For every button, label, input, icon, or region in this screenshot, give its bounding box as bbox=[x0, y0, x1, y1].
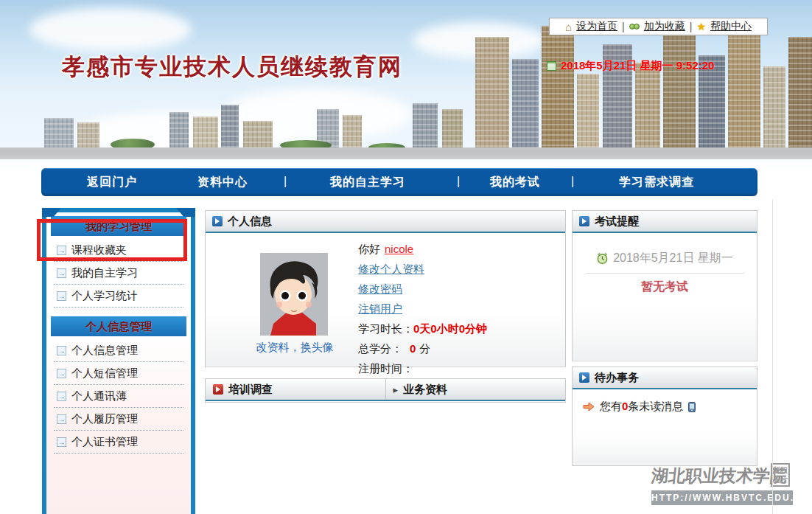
sidebar-item-study-stats[interactable]: → 个人学习统计 bbox=[54, 285, 183, 308]
change-avatar-link[interactable]: 改资料，换头像 bbox=[232, 341, 357, 355]
profile-panel-title: 个人信息 bbox=[228, 215, 272, 229]
add-favorite-link[interactable]: 加为收藏 bbox=[644, 20, 685, 33]
main-nav: 返回门户 资料中心 | 我的自主学习 | 我的考试 | 学习需求调查 bbox=[41, 168, 757, 196]
set-home-link[interactable]: 设为首页 bbox=[576, 20, 617, 33]
banner-building bbox=[413, 103, 438, 147]
page: 孝感市专业技术人员继续教育网 ⌂ 设为首页 | 加为收藏 | ★ 帮助中心 20… bbox=[0, 0, 812, 514]
todo-panel-body: 您有0条未读消息 bbox=[573, 389, 757, 465]
banner-building bbox=[221, 105, 239, 147]
nav-separator: | bbox=[284, 175, 287, 188]
tabs-bar: 培训调查 ▸ 业务资料 bbox=[206, 379, 565, 401]
sidebar-item-label: 个人学习统计 bbox=[71, 289, 138, 303]
unread-suffix: 条未读消息 bbox=[628, 400, 683, 412]
arrow-box-icon: → bbox=[57, 437, 66, 447]
datetime-text: 2018年5月21日 星期一 9:52:20 bbox=[561, 59, 714, 73]
banner-building bbox=[442, 109, 463, 147]
banner-building bbox=[728, 22, 760, 147]
nav-item-survey[interactable]: 学习需求调查 bbox=[619, 175, 694, 190]
nav-separator: | bbox=[457, 175, 461, 188]
profile-info: 你好 nicole 修改个人资料 修改密码 注销用户 学习时长： 0天0小时0分… bbox=[358, 239, 487, 378]
arrow-box-icon: → bbox=[57, 414, 66, 424]
topbar-separator: | bbox=[622, 21, 625, 32]
banner-building bbox=[44, 118, 74, 147]
study-time-label: 学习时长： bbox=[358, 319, 413, 338]
nav-separator: | bbox=[571, 175, 575, 188]
banner-building bbox=[663, 29, 696, 147]
watermark-seal: 版权图片 bbox=[771, 463, 790, 487]
nav-item-self-study[interactable]: 我的自主学习 bbox=[330, 175, 405, 190]
unread-messages-row: 您有0条未读消息 bbox=[573, 389, 757, 414]
tab-business-data[interactable]: ▸ 业务资料 bbox=[385, 379, 566, 400]
exam-panel-title: 考试提醒 bbox=[595, 215, 639, 229]
arrow-box-icon: → bbox=[57, 346, 66, 355]
banner-building bbox=[788, 37, 812, 147]
username-link[interactable]: nicole bbox=[385, 239, 413, 259]
tabs-panel: 培训调查 ▸ 业务资料 bbox=[205, 378, 566, 403]
home-icon: ⌂ bbox=[565, 21, 572, 33]
banner-building bbox=[193, 117, 218, 147]
exam-date-text: 2018年5月21日 星期一 bbox=[613, 251, 733, 266]
banner-building bbox=[577, 74, 599, 147]
cloud-decor bbox=[29, 7, 192, 52]
fog-decor bbox=[0, 149, 812, 168]
banner-building bbox=[763, 66, 785, 147]
exam-panel-body: 2018年5月21日 星期一 暂无考试 bbox=[573, 233, 757, 360]
sidebar-item-resume[interactable]: → 个人履历管理 bbox=[54, 408, 183, 431]
sidebar-item-label: 个人信息管理 bbox=[71, 344, 138, 358]
topbar-links: ⌂ 设为首页 | 加为收藏 | ★ 帮助中心 bbox=[549, 18, 768, 35]
register-time-row: 注册时间： bbox=[358, 358, 487, 378]
sidebar-item-sms[interactable]: → 个人短信管理 bbox=[54, 362, 183, 385]
banner-building bbox=[635, 63, 660, 147]
phone-icon[interactable] bbox=[688, 402, 696, 412]
calendar-icon bbox=[547, 61, 556, 71]
sidebar-item-label: 个人证书管理 bbox=[71, 435, 138, 449]
arrow-box-icon: → bbox=[57, 369, 66, 378]
blue-arrow-square-icon bbox=[212, 216, 223, 226]
avatar[interactable] bbox=[260, 253, 328, 336]
tab-label: 业务资料 bbox=[403, 383, 447, 397]
exam-status-text: 暂无考试 bbox=[573, 279, 757, 295]
edit-profile-link[interactable]: 修改个人资料 bbox=[358, 259, 424, 279]
sidebar-item-label: 我的自主学习 bbox=[71, 266, 138, 280]
watermark: 湖北职业技术学院 版权图片 HTTP://WWW.HBVTC.EDU.CN bbox=[651, 465, 796, 505]
exam-reminder-panel: 考试提醒 2018年5月21日 星期一 暂无考试 bbox=[572, 210, 757, 361]
credits-value: 0 bbox=[410, 338, 416, 358]
alarm-clock-icon bbox=[596, 252, 609, 265]
greeting-row: 你好 nicole bbox=[358, 239, 487, 259]
sidebar-item-contacts[interactable]: → 个人通讯薄 bbox=[54, 385, 183, 408]
topbar-separator: | bbox=[690, 21, 693, 32]
page-edge-divider bbox=[772, 199, 773, 514]
tab-label: 培训调查 bbox=[228, 383, 273, 397]
nav-item-exams[interactable]: 我的考试 bbox=[490, 175, 540, 190]
sidebar-item-label: 个人履历管理 bbox=[71, 412, 138, 426]
red-arrow-square-icon bbox=[213, 384, 223, 395]
help-center-link[interactable]: 帮助中心 bbox=[710, 20, 752, 33]
banner-building bbox=[542, 26, 574, 147]
banner-building bbox=[512, 59, 539, 147]
greeting-label: 你好 bbox=[358, 239, 380, 259]
credits-unit: 分 bbox=[419, 338, 430, 358]
datetime-display: 2018年5月21日 星期一 9:52:20 bbox=[547, 59, 714, 73]
sidebar-item-certificates[interactable]: → 个人证书管理 bbox=[54, 431, 183, 454]
triangle-icon: ▸ bbox=[393, 384, 399, 395]
nav-item-material[interactable]: 资料中心 bbox=[197, 175, 248, 190]
logout-link[interactable]: 注销用户 bbox=[358, 299, 402, 319]
change-password-link[interactable]: 修改密码 bbox=[358, 279, 402, 299]
banner-building bbox=[169, 112, 189, 147]
star-icon: ★ bbox=[696, 21, 706, 32]
sidebar-item-personal-info[interactable]: → 个人信息管理 bbox=[54, 339, 183, 362]
glasses-icon bbox=[629, 24, 640, 30]
nav-item-portal[interactable]: 返回门户 bbox=[87, 175, 137, 190]
todo-panel-title: 待办事务 bbox=[595, 371, 639, 385]
tab-training-survey[interactable]: 培训调查 bbox=[206, 379, 385, 400]
banner-building bbox=[243, 121, 273, 147]
credits-label: 总学分： bbox=[358, 338, 402, 358]
unread-prefix: 您有 bbox=[600, 400, 622, 412]
exam-panel-header: 考试提醒 bbox=[573, 211, 757, 233]
site-title: 孝感市专业技术人员继续教育网 bbox=[62, 52, 402, 83]
profile-panel-header: 个人信息 bbox=[206, 211, 565, 233]
sidebar-item-label: 个人通讯薄 bbox=[71, 389, 127, 403]
sidebar-item-self-study[interactable]: → 我的自主学习 bbox=[54, 262, 183, 285]
banner-building bbox=[475, 37, 509, 147]
banner-building bbox=[77, 122, 99, 147]
